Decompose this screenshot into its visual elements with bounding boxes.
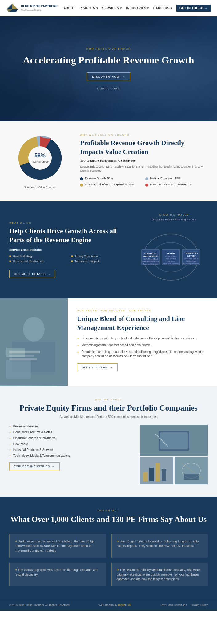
whatwedo-content: WHAT WE DO Help Clients Drive Growth Acr… — [9, 221, 131, 278]
testimonial-4: The seasoned industry veterans in our co… — [111, 563, 208, 586]
footer-privacy-link[interactable]: Privacy Policy — [191, 603, 208, 606]
scroll-down: SCROLL DOWN — [23, 87, 194, 90]
whatwedo-section: WHAT WE DO Help Clients Drive Growth Acr… — [0, 201, 217, 298]
people-content: OUR SECRET FOR SUCCESS - OUR PEOPLE Uniq… — [68, 298, 217, 386]
svg-rect-42 — [143, 472, 148, 481]
people-bullets: Seasoned team with deep sales leadership… — [77, 336, 208, 358]
nav-links: ABOUT INSIGHTS ▾ SERVICES ▾ INDUSTRIES ▾… — [63, 5, 211, 12]
meet-team-button[interactable]: MEET THE TEAM → — [77, 363, 118, 371]
impact-section: OUR IMPACT What Over 1,000 Clients and 1… — [0, 497, 217, 599]
people-image — [0, 298, 68, 386]
service-title: Service areas include: — [9, 248, 131, 252]
service-commercial: Commercial effectiveness — [9, 260, 69, 263]
legend-item-cost: Cost Reduction/Margin Expansion, 20% — [80, 183, 143, 187]
people-photo-svg — [0, 298, 68, 385]
footer-web-design: Web Design by Digital Silk — [98, 603, 131, 606]
industries-list: Business Services Consumer Products & Re… — [9, 425, 131, 457]
svg-text:Price Structure: Price Structure — [166, 258, 176, 260]
legend-label-cashflow: Free Cash Flow Improvement, 7% — [150, 183, 192, 187]
svg-rect-34 — [9, 351, 40, 353]
footer-copyright: 2023 © Blue Ridge Partners. All Rights R… — [9, 603, 70, 606]
legend-item-revenue: Revenue Growth, 58% — [80, 177, 143, 180]
testimonial-3: The team's approach was based on thoroug… — [9, 563, 106, 586]
chart-area: 58% Revenue Growth Sources of Value Crea… — [9, 133, 71, 189]
svg-text:100-Day Plans: 100-Day Plans — [186, 260, 196, 262]
svg-rect-43 — [149, 468, 154, 481]
people-section-label: OUR SECRET FOR SUCCESS - OUR PEOPLE — [77, 309, 208, 312]
pie-center-label: 58% Revenue Growth — [31, 152, 49, 164]
discover-button[interactable]: DISCOVER HOW → — [87, 72, 130, 81]
impact-header: OUR IMPACT What Over 1,000 Clients and 1… — [9, 509, 208, 525]
legend-dot-revenue — [80, 177, 83, 180]
revenue-content: WHY WE FOCUS ON GROWTH Profitable Revenu… — [80, 133, 208, 187]
industry-technology: Technology, Media & Telecommunications — [9, 454, 131, 457]
revenue-section: 58% Revenue Growth Sources of Value Crea… — [0, 121, 217, 201]
pie-chart: 58% Revenue Growth — [15, 133, 65, 183]
serve-img-main — [140, 425, 208, 456]
serve-img-2 — [175, 457, 208, 484]
service-growth: Growth strategy — [9, 255, 69, 258]
svg-text:Commercial & Go-To: Commercial & Go-To — [184, 258, 199, 260]
strategy-diagram: GROWTH STRATEGY Growth in the Core • Ext… — [140, 213, 208, 286]
svg-rect-46 — [175, 457, 208, 484]
legend-label-revenue: Revenue Growth, 58% — [85, 177, 113, 180]
nav-insights[interactable]: INSIGHTS ▾ — [79, 6, 98, 10]
svg-text:TRANSACTION: TRANSACTION — [184, 252, 198, 254]
svg-rect-32 — [6, 360, 31, 379]
serve-images — [140, 425, 208, 484]
testimonial-4-text: The seasoned industry veterans in our co… — [117, 568, 200, 581]
navigation: BLUE RIDGE PARTNERS The Revenue Engine A… — [0, 0, 217, 16]
svg-rect-39 — [160, 432, 188, 449]
svg-point-30 — [23, 317, 45, 342]
footer-terms-link[interactable]: Terms and Conditions — [160, 603, 187, 606]
hero-content: OUR EXCLUSIVE FOCUS Accelerating Profita… — [17, 41, 200, 96]
serve-title: Private Equity Firms and their Portfolio… — [9, 403, 208, 413]
service-pricing: Pricing Optimization — [71, 255, 131, 258]
svg-text:SUPPORT: SUPPORT — [187, 255, 195, 257]
serve-inner: Business Services Consumer Products & Re… — [9, 425, 208, 484]
people-bullet-2: Methodologies that are fact based and da… — [77, 343, 208, 347]
whatwedo-title: Help Clients Drive Growth Across all Par… — [9, 227, 131, 244]
people-title: Unique Blend of Consulting and Line Mana… — [77, 314, 208, 332]
nav-careers[interactable]: CAREERS ▾ — [153, 6, 172, 10]
serve-list: Business Services Consumer Products & Re… — [9, 425, 131, 470]
hero-title: Accelerating Profitable Revenue Growth — [23, 54, 194, 66]
logo-text: BLUE RIDGE PARTNERS The Revenue Engine — [21, 5, 58, 12]
legend-label-multiple: Multiple Expansion, 15% — [150, 177, 181, 180]
nav-industries[interactable]: INDUSTRIES ▾ — [126, 6, 149, 10]
svg-text:Go-To-Market Model: Go-To-Market Model — [143, 258, 158, 260]
revenue-legend: Revenue Growth, 58% Multiple Expansion, … — [80, 177, 208, 187]
industry-financial: Financial Services & Payments — [9, 436, 131, 440]
svg-marker-1 — [12, 4, 18, 9]
hero-label: OUR EXCLUSIVE FOCUS — [23, 47, 194, 51]
strategy-subtitle: Growth in the Core • Extending the Core — [140, 218, 208, 221]
svg-text:Talent and Motivation: Talent and Motivation — [143, 263, 158, 265]
nav-services[interactable]: SERVICES ▾ — [102, 6, 122, 10]
nav-cta-button[interactable]: GET IN TOUCH → — [176, 5, 211, 12]
legend-item-multiple: Multiple Expansion, 15% — [145, 177, 208, 180]
footer-digital-silk-link[interactable]: Digital Silk — [118, 603, 131, 606]
explore-industries-button[interactable]: EXPLORE INDUSTRIES → — [9, 462, 60, 470]
legend-label-cost: Cost Reduction/Margin Expansion, 20% — [85, 183, 134, 187]
revenue-section-label: WHY WE FOCUS ON GROWTH — [80, 133, 208, 136]
svg-rect-49 — [184, 474, 199, 480]
nav-about[interactable]: ABOUT — [63, 6, 75, 10]
testimonial-3-text: The team's approach was based on thoroug… — [15, 568, 98, 576]
serve-header: WHO WE SERVE Private Equity Firms and th… — [9, 398, 208, 419]
legend-dot-cashflow — [145, 184, 148, 187]
svg-text:Sales Processes & Tools: Sales Processes & Tools — [142, 261, 159, 262]
testimonial-2: Blue Ridge Partners focused on deliverin… — [111, 534, 208, 558]
chart-source-label: Sources of Value Creation — [9, 186, 71, 189]
get-more-details-button[interactable]: GET MORE DETAILS → — [9, 270, 55, 278]
svg-text:Value Margin Integration: Value Margin Integration — [183, 263, 199, 265]
service-dot-growth — [9, 255, 11, 257]
logo[interactable]: BLUE RIDGE PARTNERS The Revenue Engine — [6, 3, 58, 13]
service-dot-transaction — [71, 260, 73, 262]
svg-rect-35 — [9, 355, 34, 357]
legend-dot-multiple — [145, 177, 148, 180]
svg-text:EFFECTIVENESS: EFFECTIVENESS — [143, 255, 158, 257]
industry-healthcare: Healthcare — [9, 442, 131, 446]
industry-business: Business Services — [9, 425, 131, 428]
svg-text:COMMERCIAL: COMMERCIAL — [144, 253, 157, 254]
hero-section: OUR EXCLUSIVE FOCUS Accelerating Profita… — [0, 16, 217, 121]
